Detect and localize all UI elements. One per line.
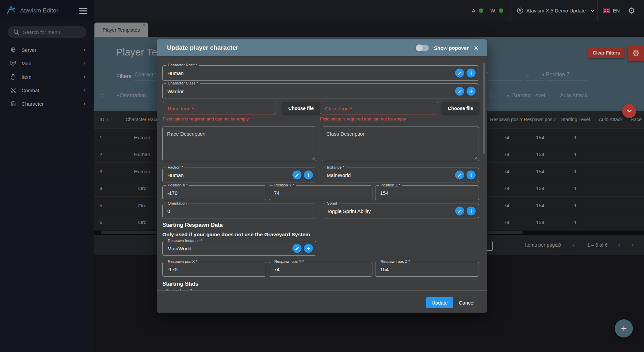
- edit-sprint-button[interactable]: [455, 207, 464, 216]
- field-label: Position X *: [166, 183, 189, 187]
- edit-instance-button[interactable]: [455, 171, 464, 180]
- field-label: Character Race *: [166, 63, 199, 67]
- respawn-pos-x-field[interactable]: Respawn pos X * -170: [162, 262, 266, 277]
- field-label: Orientation: [166, 201, 188, 205]
- faction-field[interactable]: Faction * Human +: [162, 168, 316, 182]
- field-label: Sprint: [325, 201, 339, 205]
- edit-faction-button[interactable]: [292, 171, 301, 180]
- race-description-textarea[interactable]: Race Description: [162, 127, 316, 161]
- add-sprint-button[interactable]: +: [467, 207, 476, 216]
- modal-scrollbar[interactable]: [483, 63, 485, 154]
- modal-title: Update player character: [167, 44, 238, 51]
- field-value: Warrior: [167, 89, 184, 94]
- field-label: Respawn Instance *: [166, 239, 204, 243]
- field-value: 154: [380, 190, 389, 196]
- orientation-field[interactable]: Orientation 0: [162, 204, 316, 218]
- position-x-field[interactable]: Position X * -170: [162, 185, 266, 200]
- chevron-down-icon: [627, 109, 632, 113]
- cancel-button[interactable]: Cancel: [459, 297, 475, 308]
- field-label: Instance *: [325, 165, 346, 169]
- character-race-field[interactable]: Character Race * Human +: [162, 65, 479, 81]
- field-value: MainWorld: [327, 172, 351, 178]
- field-label: Respawn pos Y *: [273, 259, 306, 263]
- textarea-placeholder: Class Description: [326, 131, 366, 137]
- field-placeholder: Class Icon *: [325, 105, 352, 111]
- add-faction-button[interactable]: +: [304, 171, 313, 180]
- character-class-field[interactable]: Character Class * Warrior +: [162, 83, 479, 99]
- class-description-textarea[interactable]: Class Description: [322, 127, 479, 161]
- edit-race-button[interactable]: [455, 69, 464, 78]
- field-value: Human: [167, 172, 184, 178]
- scroll-down-fab[interactable]: [622, 104, 636, 118]
- resize-handle-icon[interactable]: [312, 156, 315, 160]
- field-value: Toggle Sprint Ability: [327, 208, 371, 214]
- class-icon-choose-file-button[interactable]: Choose file: [442, 102, 479, 114]
- race-icon-error: Field value is required and can not be e…: [163, 116, 249, 121]
- field-label: Respawn pos Z *: [379, 259, 412, 263]
- position-y-field[interactable]: Position Y * 74: [269, 185, 372, 200]
- field-value: 0: [167, 208, 170, 214]
- edit-class-button[interactable]: [455, 87, 464, 96]
- field-label: Faction *: [166, 165, 185, 169]
- field-value: MainWorld: [167, 246, 191, 251]
- modal-footer: Update Cancel: [157, 290, 487, 313]
- modal-close-icon[interactable]: ×: [474, 44, 479, 51]
- field-value: Human: [167, 70, 184, 76]
- add-instance-button[interactable]: +: [467, 171, 476, 180]
- add-class-button[interactable]: +: [467, 87, 476, 96]
- add-race-button[interactable]: +: [467, 69, 476, 78]
- instance-field[interactable]: Instance * MainWorld +: [322, 168, 479, 182]
- add-respawn-instance-button[interactable]: +: [304, 244, 313, 253]
- update-button[interactable]: Update: [426, 297, 453, 308]
- starting-respawn-heading: Starting Respawn Data: [162, 222, 223, 228]
- starting-stats-heading: Starting Stats: [162, 281, 198, 287]
- field-value: -170: [167, 267, 177, 272]
- pencil-icon: [457, 89, 462, 94]
- respawn-pos-z-field[interactable]: Respawn pos Z * 154: [375, 262, 479, 277]
- update-player-character-modal: Update player character Show popover × C…: [157, 39, 487, 313]
- modal-header: Update player character Show popover ×: [157, 39, 487, 56]
- plus-icon: +: [621, 323, 627, 334]
- respawn-instance-field[interactable]: Respawn Instance * MainWorld +: [162, 241, 316, 256]
- race-icon-choose-file-button[interactable]: Choose file: [282, 102, 320, 114]
- field-label: Character Class *: [166, 81, 200, 85]
- field-value: -170: [167, 190, 177, 196]
- screen: Atavism Editor Search for menu Server›Mo…: [0, 0, 644, 352]
- resize-handle-icon[interactable]: [474, 156, 478, 160]
- pencil-icon: [457, 209, 462, 213]
- respawn-pos-y-field[interactable]: Respawn pos Y * 74: [269, 262, 372, 277]
- edit-respawn-instance-button[interactable]: [292, 244, 301, 253]
- textarea-placeholder: Race Description: [167, 131, 205, 137]
- pencil-icon: [295, 246, 299, 251]
- class-icon-error: Field value is required and can not be e…: [320, 116, 406, 121]
- field-placeholder: Race Icon *: [168, 105, 194, 111]
- position-z-field[interactable]: Position Z * 154: [375, 185, 479, 200]
- pencil-icon: [457, 71, 462, 75]
- race-icon-field[interactable]: Race Icon *: [163, 102, 276, 114]
- field-label: Position Z *: [379, 183, 402, 187]
- respawn-note: Only used if your game does not use the …: [162, 232, 310, 238]
- add-template-fab[interactable]: +: [615, 319, 633, 338]
- field-label: Respawn pos X *: [166, 259, 199, 263]
- show-popover-toggle[interactable]: [416, 45, 429, 51]
- field-value: 154: [380, 267, 389, 272]
- field-label: Position Y *: [273, 183, 296, 187]
- sprint-field[interactable]: Sprint Toggle Sprint Ability +: [322, 204, 479, 218]
- show-popover-label: Show popover: [434, 45, 469, 51]
- field-value: 74: [274, 267, 280, 272]
- class-icon-field[interactable]: Class Icon *: [320, 102, 438, 114]
- pencil-icon: [295, 173, 299, 177]
- pencil-icon: [457, 173, 462, 177]
- field-value: 74: [274, 190, 280, 196]
